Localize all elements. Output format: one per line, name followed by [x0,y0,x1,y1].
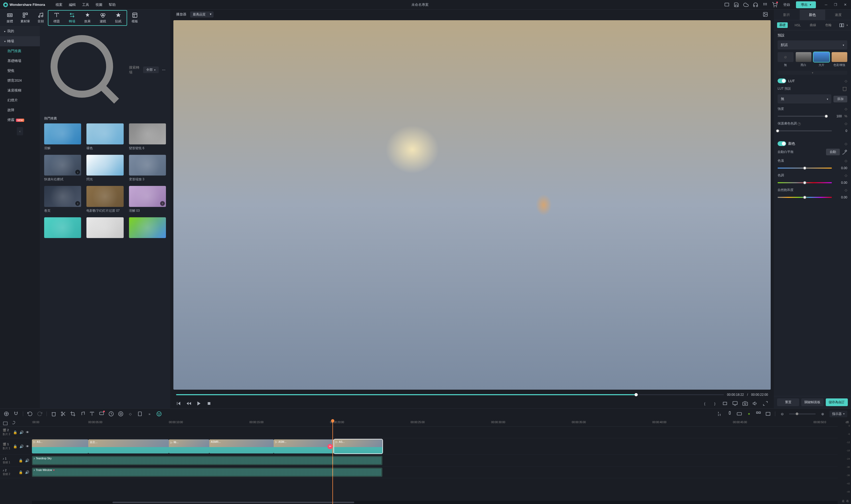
preset-bw[interactable]: 黑白 [796,52,812,67]
color-toggle[interactable] [778,141,786,146]
sidebar-item-smoke[interactable]: 煙霧 NEW [0,115,40,125]
indicator-dropdown[interactable]: 指示器▾ [830,411,847,417]
preset-dropdown[interactable]: 默認 [778,40,847,50]
undo-icon[interactable] [28,411,33,416]
mark-out-icon[interactable]: } [712,401,718,406]
grid2-icon[interactable] [756,411,761,416]
keyframe-icon[interactable]: ◇ [845,107,847,111]
mixer-icon[interactable] [718,411,723,416]
intensity-slider[interactable] [778,116,826,117]
track-head-v1[interactable]: 🎬 1影片 1 🔒🔊👁 [0,438,32,455]
track-head-a2[interactable]: ♪ 2音頻 2 🔒🔊 [0,467,32,478]
menu-file[interactable]: 檔案 [56,2,62,7]
player-tab[interactable]: 播放器 [176,12,186,17]
add-lut-button[interactable]: 添加 [833,96,847,102]
video-clip[interactable]: ▷ AS... [32,439,88,453]
transition-item[interactable]: 褪色 [87,123,123,150]
quality-dropdown[interactable]: 最高品質 [190,12,214,18]
save-custom-button[interactable]: 儲存為自訂 [826,398,848,406]
cart-icon[interactable] [772,2,777,7]
tab-templates[interactable]: 模板 [127,11,143,25]
mic2-icon[interactable] [727,411,732,416]
zoom-out-icon[interactable]: ⊖ [779,411,785,416]
menu-help[interactable]: 幫助 [109,2,116,7]
transition-item[interactable]: ↓快速向右擦拭 [44,155,81,182]
transition-item[interactable] [87,217,123,238]
video-clip[interactable]: 自主... [88,439,169,453]
menu-view[interactable]: 視圖 [95,2,103,7]
delete-icon[interactable] [842,86,847,91]
sidebar-item-speed[interactable]: 速度模糊 [0,86,40,95]
progress-bar[interactable] [176,394,724,395]
filter-dropdown[interactable]: 全部▾ [143,67,159,73]
ratio-icon[interactable] [722,401,728,406]
cut-marker-icon[interactable]: ✂ [327,444,333,449]
play-icon[interactable] [196,401,202,406]
tab-stock[interactable]: 素材庫 [18,11,33,25]
tab-media[interactable]: 媒體 [2,11,18,25]
mark-in-icon[interactable]: { [702,401,707,406]
keyframe-icon[interactable]: ◇ [845,122,847,126]
login-link[interactable]: 登錄 [783,2,790,7]
display-icon[interactable] [732,401,738,406]
more-tools-icon[interactable]: » [147,411,152,416]
minimize-icon[interactable]: ─ [823,2,829,7]
vibrance-slider[interactable] [778,197,832,198]
more-icon[interactable]: ⋯ [161,67,166,73]
sidebar-item-glitch[interactable]: 故障 [0,105,40,115]
keyframe-icon[interactable]: ◇ [845,79,847,83]
tab-titles[interactable]: 標題 [49,11,65,25]
tint-slider[interactable] [778,182,832,183]
search-input[interactable]: 搜索轉場 [43,28,141,111]
close-icon[interactable]: ✕ [843,2,848,7]
keyframe-icon[interactable]: ◇ [845,159,847,163]
transition-item[interactable]: 变形缩放 3 [129,155,166,182]
playhead[interactable] [332,419,333,504]
cloud-icon[interactable] [743,2,748,7]
sidebar-item-sports[interactable]: 體育2024 [0,76,40,86]
subtab-hsl[interactable]: HSL [793,23,803,28]
sidebar-collapse[interactable]: ‹ [17,127,23,136]
tab-effects[interactable]: 效果 [80,11,95,25]
snapshot-icon[interactable] [763,12,768,17]
subtab-wheels[interactable]: 色輪 [823,22,834,28]
camera-icon[interactable] [742,401,748,406]
save-icon[interactable] [734,2,739,7]
caption-icon[interactable] [737,411,742,416]
preset-none[interactable]: ⊘無 [778,52,794,67]
menu-edit[interactable]: 編輯 [69,2,76,7]
tab-transitions[interactable]: 轉場 [65,11,80,25]
subtab-curves[interactable]: 曲線 [808,22,818,28]
fullscreen-icon[interactable] [763,401,768,406]
zoom-slider[interactable] [789,414,816,414]
speed-tool-icon[interactable] [109,411,114,416]
tab-stickers[interactable]: 貼紙 [111,11,126,25]
step-back-icon[interactable] [186,401,192,406]
transition-item[interactable]: ↓溶解 03 [129,186,166,213]
video-clip[interactable]: ▷ 轉... [169,439,209,453]
text-icon[interactable] [89,411,95,416]
redo-icon[interactable] [37,411,42,416]
temp-value[interactable]: 0.00 [834,166,847,170]
color-tool-icon[interactable] [118,411,123,416]
menu-tools[interactable]: 工具 [82,2,89,7]
transition-item[interactable]: 變形變焦 6 [129,123,166,150]
track-head-a1[interactable]: ♪ 1音頻 1 🔒🔊 [0,455,32,467]
tab-audio[interactable]: 音頻 [33,11,49,25]
split-icon[interactable] [61,411,66,416]
add-track-icon[interactable] [4,411,9,416]
video-clip-selected[interactable]: ▷ AS... [334,439,382,453]
expand-presets[interactable]: ▾ [778,71,847,75]
video-clip[interactable]: ASMR... [209,439,274,453]
record-icon[interactable] [99,411,104,416]
timeline-tracks[interactable]: :00:00 00:00:05:00 00:00:10:00 00:00:15:… [32,419,838,504]
transition-item[interactable] [44,217,81,238]
green-icon[interactable]: ✦ [746,411,752,416]
preset-blockbuster[interactable]: 大片 [814,52,830,67]
audio-icon[interactable] [80,411,85,416]
rp-tab-video[interactable]: 影片 [774,10,800,20]
video-clip[interactable]: ▷ ASM... [274,439,334,453]
crop-icon[interactable] [70,411,75,416]
link-icon[interactable] [10,421,15,426]
preset-enhance[interactable]: 色彩增強 [832,52,848,67]
